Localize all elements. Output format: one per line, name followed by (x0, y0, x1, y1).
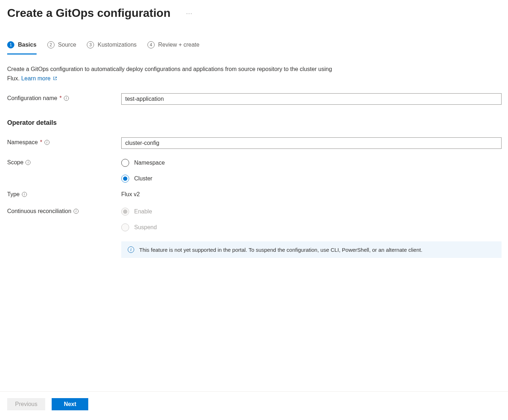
config-name-input[interactable] (121, 93, 502, 105)
tab-label: Source (58, 42, 76, 48)
radio-label: Namespace (134, 160, 165, 166)
scope-radio-cluster[interactable]: Cluster (121, 175, 502, 183)
reconciliation-radio-enable: Enable (121, 208, 502, 216)
next-button[interactable]: Next (52, 398, 88, 410)
tab-label: Basics (18, 42, 37, 48)
radio-icon (121, 208, 129, 216)
wizard-footer: Previous Next (0, 391, 508, 420)
more-actions-button[interactable]: ··· (183, 9, 196, 18)
label-namespace: Namespace * i (7, 137, 121, 146)
scope-radio-namespace[interactable]: Namespace (121, 159, 502, 167)
wizard-tabs: 1 Basics 2 Source 3 Kustomizations 4 Rev… (7, 41, 508, 55)
info-icon[interactable]: i (22, 192, 27, 197)
radio-icon (121, 175, 129, 183)
scope-radio-group: Namespace Cluster (121, 157, 502, 183)
info-message-text: This feature is not yet supported in the… (139, 247, 422, 253)
tab-basics[interactable]: 1 Basics (7, 41, 37, 55)
info-message: i This feature is not yet supported in t… (121, 241, 502, 258)
required-indicator: * (60, 95, 62, 102)
type-value: Flux v2 (121, 191, 502, 198)
tab-label: Kustomizations (98, 42, 137, 48)
info-icon: i (128, 246, 134, 253)
section-operator-details: Operator details (7, 119, 508, 127)
reconciliation-radio-group: Enable Suspend (121, 206, 502, 231)
required-indicator: * (40, 139, 42, 146)
previous-button: Previous (7, 398, 45, 410)
namespace-input[interactable] (121, 137, 502, 149)
label-continuous-reconciliation: Continuous reconciliation i (7, 206, 121, 214)
tab-step-number: 2 (47, 41, 55, 48)
tab-step-number: 4 (147, 41, 155, 48)
label-scope: Scope i (7, 157, 121, 166)
page-title: Create a GitOps configuration (7, 6, 170, 20)
radio-label: Enable (134, 208, 152, 215)
radio-icon (121, 223, 129, 231)
label-type: Type i (7, 191, 121, 198)
info-icon[interactable]: i (25, 160, 30, 165)
tab-review-create[interactable]: 4 Review + create (147, 41, 199, 55)
info-icon[interactable]: i (44, 140, 50, 145)
tab-step-number: 1 (7, 41, 14, 48)
label-config-name: Configuration name * i (7, 93, 121, 102)
info-icon[interactable]: i (74, 209, 79, 214)
tab-kustomizations[interactable]: 3 Kustomizations (87, 41, 137, 55)
radio-label: Cluster (134, 175, 152, 182)
tab-label: Review + create (158, 42, 199, 48)
radio-label: Suspend (134, 224, 157, 231)
description-text: Create a GitOps configuration to automat… (7, 65, 334, 83)
tab-source[interactable]: 2 Source (47, 41, 76, 55)
external-link-icon (53, 76, 57, 81)
reconciliation-radio-suspend: Suspend (121, 223, 502, 231)
info-icon[interactable]: i (64, 96, 69, 101)
tab-step-number: 3 (87, 41, 94, 48)
radio-icon (121, 159, 129, 167)
learn-more-link[interactable]: Learn more (21, 75, 57, 81)
